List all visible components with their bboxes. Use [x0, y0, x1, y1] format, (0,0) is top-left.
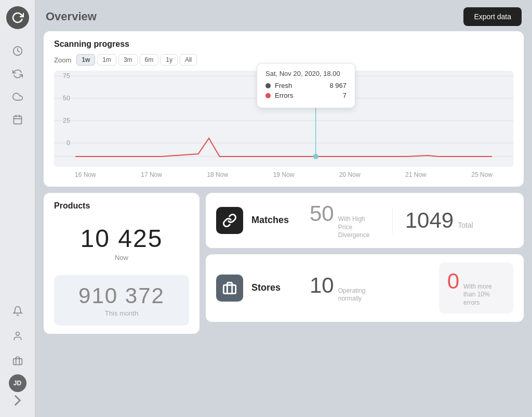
- sidebar-expand[interactable]: [9, 394, 26, 407]
- errors-dot: [265, 93, 271, 98]
- errors-value: 7: [343, 92, 347, 99]
- x-label-21: 21 Now: [405, 171, 427, 178]
- chevron-right-icon: [9, 392, 26, 409]
- svg-text:50: 50: [63, 95, 70, 102]
- errors-label: Errors: [275, 92, 293, 99]
- header: Overview Export data: [35, 0, 532, 31]
- matches-total-label: Total: [458, 221, 473, 229]
- sidebar-item-clock[interactable]: [6, 41, 29, 61]
- refresh-icon: [11, 11, 24, 24]
- svg-rect-6: [13, 359, 22, 365]
- stores-operating-value: 10: [310, 273, 334, 298]
- sidebar-bottom: JD: [6, 299, 29, 411]
- tooltip-date: Sat, Nov 20, 2020, 18.00: [265, 70, 347, 77]
- matches-total-stat: 1049 Total: [405, 208, 473, 233]
- sidebar: JD: [0, 0, 35, 417]
- matches-label: Matches: [251, 215, 293, 226]
- export-button[interactable]: Export data: [463, 7, 522, 26]
- products-month-box: 910 372 This month: [54, 275, 189, 325]
- stores-error-value: 0: [447, 269, 459, 294]
- svg-rect-18: [223, 285, 235, 293]
- stores-operating-stat: 10 Operating normally: [310, 273, 380, 303]
- matches-high-price-desc: With High Price Divergence: [338, 215, 380, 240]
- briefcase-icon: [12, 356, 23, 366]
- content-area: Scanning progress Zoom 1w 1m 3m 6m 1y Al…: [35, 31, 532, 417]
- page-title: Overview: [46, 10, 97, 23]
- link-icon: [222, 213, 237, 228]
- zoom-all[interactable]: All: [180, 54, 197, 66]
- matches-icon-box: [216, 207, 243, 234]
- chart-tooltip: Sat, Nov 20, 2020, 18.00 Fresh 8 967 Err…: [257, 63, 355, 108]
- chart-container: 75 50 25 0 16 Now 17 Now 18 Now 19: [54, 71, 513, 167]
- products-now-box: 10 425 Now: [54, 216, 189, 270]
- tooltip-errors-row: Errors 7: [265, 92, 347, 99]
- stores-label: Stores: [251, 282, 293, 293]
- fresh-label: Fresh: [275, 82, 292, 89]
- sidebar-item-bell[interactable]: [6, 301, 29, 321]
- x-label-20: 20 Now: [339, 171, 361, 178]
- svg-rect-1: [14, 116, 21, 124]
- x-label-18: 18 Now: [207, 171, 228, 178]
- svg-point-5: [16, 332, 19, 336]
- x-label-16: 16 Now: [75, 171, 96, 178]
- zoom-1w[interactable]: 1w: [76, 54, 95, 66]
- bell-icon: [12, 306, 23, 316]
- matches-card: Matches 50 With High Price Divergence 10…: [206, 193, 524, 248]
- zoom-3m[interactable]: 3m: [118, 54, 138, 66]
- zoom-1y[interactable]: 1y: [161, 54, 178, 66]
- bottom-grid: Products 10 425 Now 910 372 This month: [44, 193, 524, 334]
- products-card: Products 10 425 Now 910 372 This month: [44, 193, 200, 334]
- stores-error-desc: With more than 10% errors: [463, 283, 505, 307]
- sync-icon: [12, 69, 23, 79]
- svg-point-17: [313, 154, 318, 159]
- avatar[interactable]: JD: [9, 374, 26, 392]
- main-content: Overview Export data Scanning progress Z…: [35, 0, 532, 417]
- zoom-1m[interactable]: 1m: [97, 54, 116, 66]
- products-now-value: 10 425: [81, 224, 163, 253]
- sidebar-item-cloud[interactable]: [6, 86, 29, 107]
- stores-error-box: 0 With more than 10% errors: [439, 263, 513, 314]
- sidebar-item-briefcase[interactable]: [6, 350, 29, 371]
- matches-high-price-value: 50: [310, 201, 334, 226]
- sidebar-item-calendar[interactable]: [6, 109, 29, 130]
- calendar-icon: [12, 114, 23, 125]
- scanning-title: Scanning progress: [54, 40, 513, 49]
- sidebar-item-user[interactable]: [6, 325, 29, 346]
- products-month-value: 910 372: [78, 283, 165, 308]
- stores-operating-desc: Operating normally: [338, 287, 380, 303]
- matches-total-value: 1049: [405, 208, 454, 233]
- stores-briefcase-icon: [222, 281, 237, 295]
- scanning-progress-card: Scanning progress Zoom 1w 1m 3m 6m 1y Al…: [44, 31, 524, 187]
- stores-icon-box: [216, 275, 243, 302]
- cloud-icon: [12, 92, 23, 102]
- fresh-dot: [265, 83, 271, 88]
- products-now-label: Now: [115, 254, 128, 262]
- svg-text:75: 75: [63, 72, 70, 80]
- matches-divider: [392, 207, 393, 233]
- zoom-label: Zoom: [54, 56, 71, 64]
- products-title: Products: [54, 201, 189, 211]
- x-label-25: 25 Now: [471, 171, 493, 178]
- svg-text:25: 25: [63, 117, 70, 124]
- x-label-19: 19 Now: [273, 171, 295, 178]
- tooltip-fresh-row: Fresh 8 967: [265, 82, 347, 89]
- matches-high-price-stat: 50 With High Price Divergence: [310, 201, 380, 240]
- fresh-value: 8 967: [329, 82, 347, 89]
- sidebar-logo[interactable]: [6, 6, 29, 29]
- zoom-6m[interactable]: 6m: [140, 54, 159, 66]
- sidebar-item-sync[interactable]: [6, 63, 29, 84]
- svg-text:0: 0: [66, 139, 70, 147]
- clock-icon: [12, 46, 23, 56]
- user-icon: [12, 331, 23, 341]
- stores-card: Stores 10 Operating normally 0 With more…: [206, 254, 524, 322]
- x-label-17: 17 Now: [141, 171, 162, 178]
- right-panel: Matches 50 With High Price Divergence 10…: [206, 193, 524, 334]
- products-month-label: This month: [105, 309, 138, 317]
